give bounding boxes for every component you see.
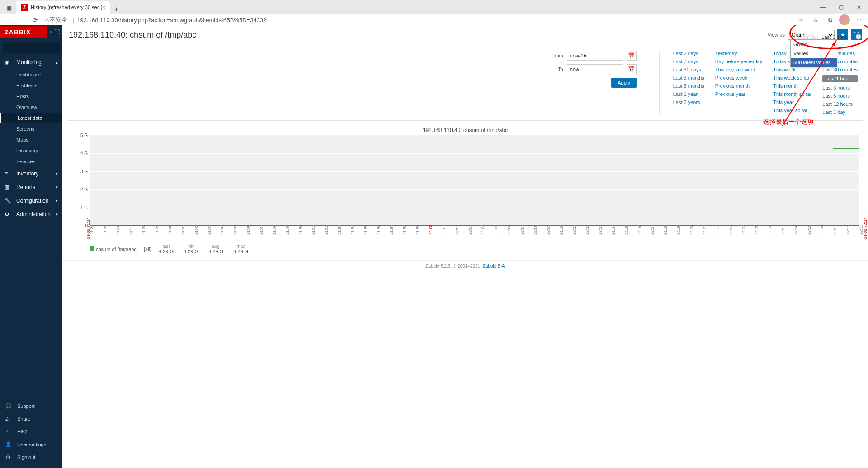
- star-outline-icon[interactable]: ✧: [796, 14, 807, 25]
- from-input[interactable]: [567, 51, 623, 61]
- quick-previous-year[interactable]: Previous year: [715, 91, 763, 97]
- to-label: To: [548, 66, 563, 72]
- collapse-icon[interactable]: «: [49, 29, 52, 35]
- menu-configuration[interactable]: 🔧 Configuration ▾: [0, 194, 62, 208]
- to-input[interactable]: [567, 64, 623, 74]
- quick-yesterday[interactable]: Yesterday: [715, 51, 763, 56]
- dropdown-option-500-latest[interactable]: 500 latest values: [791, 58, 837, 67]
- browser-tab[interactable]: Z History [refreshed every 30 sec.] ×: [16, 1, 110, 14]
- forward-button: →: [16, 14, 29, 26]
- sidebar: ZABBIX « ⛶ 🔍 ◉ Monitoring ▴ DashboardPro…: [0, 25, 62, 468]
- close-window-icon[interactable]: ✕: [850, 1, 868, 14]
- eye-icon: ◉: [5, 59, 13, 66]
- sidebar-item-dashboard[interactable]: Dashboard: [0, 69, 62, 80]
- gear-icon: ⚙: [5, 211, 13, 217]
- share-icon: Z: [5, 416, 14, 421]
- share-link[interactable]: ZShare: [0, 412, 62, 425]
- favorites-icon[interactable]: ✩: [810, 14, 821, 25]
- more-icon[interactable]: ⋯: [854, 14, 864, 25]
- avatar[interactable]: [839, 14, 850, 25]
- quick-last-3-months[interactable]: Last 3 months: [673, 75, 704, 80]
- quick-day-before-yesterday[interactable]: Day before yesterday: [715, 59, 763, 64]
- quick-last-2-years[interactable]: Last 2 years: [673, 99, 704, 105]
- chart-series-line: [833, 148, 859, 149]
- calendar-icon[interactable]: 📅: [627, 51, 637, 61]
- insecure-label: 不安全: [50, 16, 67, 24]
- signout-icon: ⏻: [5, 454, 14, 460]
- url-input[interactable]: ⚠ 不安全 | 192.168.110.30/history.php?actio…: [42, 16, 796, 24]
- close-icon[interactable]: ×: [102, 5, 105, 10]
- minimize-icon[interactable]: —: [814, 1, 832, 14]
- quick-this-year[interactable]: This year: [773, 99, 811, 105]
- search-box[interactable]: 🔍: [3, 42, 60, 53]
- quick-last-1-day[interactable]: Last 1 day: [822, 109, 858, 115]
- quick-last-12-hours[interactable]: Last 12 hours: [822, 101, 858, 107]
- zoom-out-link[interactable]: Zoom out: [797, 34, 818, 40]
- collections-icon[interactable]: ⧉: [825, 14, 835, 25]
- signout-link[interactable]: ⏻Sign out: [0, 451, 62, 463]
- sidebar-item-hosts[interactable]: Hosts: [0, 91, 62, 102]
- sidebar-item-latest-data[interactable]: Latest data: [0, 113, 62, 123]
- logo[interactable]: ZABBIX: [0, 26, 47, 38]
- support-icon: 🎧: [5, 403, 14, 409]
- quick-previous-month[interactable]: Previous month: [715, 83, 763, 89]
- quick-this-month-so-far[interactable]: This month so far: [773, 91, 811, 97]
- help-link[interactable]: ?Help: [0, 425, 62, 438]
- quick-last-30-minutes[interactable]: Last 30 minutes: [822, 67, 858, 72]
- help-icon: ?: [5, 429, 14, 434]
- reload-button[interactable]: ⟳: [29, 14, 42, 26]
- quick-last-1-year[interactable]: Last 1 year: [673, 91, 704, 97]
- quick-this-year-so-far[interactable]: This year so far: [773, 108, 811, 113]
- view-as-dropdown: Graph Values 500 latest values: [790, 39, 837, 67]
- dropdown-option-values[interactable]: Values: [791, 49, 837, 58]
- chevron-down-icon: ▾: [56, 185, 58, 189]
- quick-this-day-last-week[interactable]: This day last week: [715, 67, 763, 72]
- support-link[interactable]: 🎧Support: [0, 399, 62, 412]
- menu-reports[interactable]: ▥ Reports ▾: [0, 180, 62, 194]
- quick-last-2-days[interactable]: Last 2 days: [673, 51, 704, 56]
- wrench-icon: 🔧: [5, 198, 13, 204]
- chevron-left-icon[interactable]: ‹: [792, 34, 793, 40]
- expand-icon[interactable]: ⛶: [54, 29, 60, 35]
- sidebar-item-overview[interactable]: Overview: [0, 102, 62, 113]
- sidebar-item-screens[interactable]: Screens: [0, 123, 62, 134]
- footer-link[interactable]: Zabbix SIA: [483, 264, 505, 269]
- dropdown-option-graph[interactable]: Graph: [791, 40, 837, 49]
- quick-last-7-days[interactable]: Last 7 days: [673, 59, 704, 64]
- quick-last-30-days[interactable]: Last 30 days: [673, 67, 704, 72]
- user-settings-link[interactable]: 👤User settings: [0, 438, 62, 451]
- zoom-current: Last 1 hour: [821, 34, 846, 40]
- chevron-up-icon: ▴: [56, 60, 58, 65]
- quick-this-month[interactable]: This month: [773, 83, 811, 89]
- calendar-icon[interactable]: 📅: [627, 64, 637, 74]
- maximize-icon[interactable]: ▢: [832, 1, 850, 14]
- back-button[interactable]: ←: [4, 14, 16, 26]
- chart-plot-area[interactable]: 01 G2 G3 G4 G5 G: [90, 135, 859, 226]
- menu-monitoring[interactable]: ◉ Monitoring ▴: [0, 56, 62, 69]
- quick-last-6-months[interactable]: Last 6 months: [673, 83, 704, 89]
- from-label: From: [548, 53, 563, 58]
- sidebar-item-problems[interactable]: Problems: [0, 80, 62, 91]
- clock-icon[interactable]: 🕐: [855, 34, 862, 40]
- quick-last-3-hours[interactable]: Last 3 hours: [822, 85, 858, 90]
- quick-previous-week[interactable]: Previous week: [715, 75, 763, 80]
- sidebar-item-services[interactable]: Services: [0, 156, 62, 167]
- quick-this-week-so-far[interactable]: This week so far: [773, 75, 811, 80]
- quick-this-week[interactable]: This week: [773, 67, 811, 72]
- new-tab-button[interactable]: +: [110, 5, 123, 14]
- app-icon: ▣: [4, 3, 14, 14]
- chevron-down-icon: ▾: [56, 171, 58, 176]
- sidebar-item-discovery[interactable]: Discovery: [0, 145, 62, 156]
- url-text: 192.168.110.30/history.php?action=showgr…: [77, 17, 266, 24]
- list-icon: ≡: [5, 170, 13, 177]
- chevron-down-icon: ▾: [56, 199, 58, 203]
- chevron-right-icon[interactable]: ›: [850, 34, 852, 40]
- sidebar-item-maps[interactable]: Maps: [0, 134, 62, 145]
- quick-last-6-hours[interactable]: Last 6 hours: [822, 93, 858, 99]
- apply-button[interactable]: Apply: [611, 78, 637, 88]
- menu-inventory[interactable]: ≡ Inventory ▾: [0, 167, 62, 180]
- quick-last-1-hour[interactable]: Last 1 hour: [822, 75, 858, 82]
- main-content: 192.168.110.40: chsum of /tmp/abc View a…: [62, 25, 868, 468]
- menu-administration[interactable]: ⚙ Administration ▾: [0, 208, 62, 221]
- page-title: 192.168.110.40: chsum of /tmp/abc: [69, 30, 196, 40]
